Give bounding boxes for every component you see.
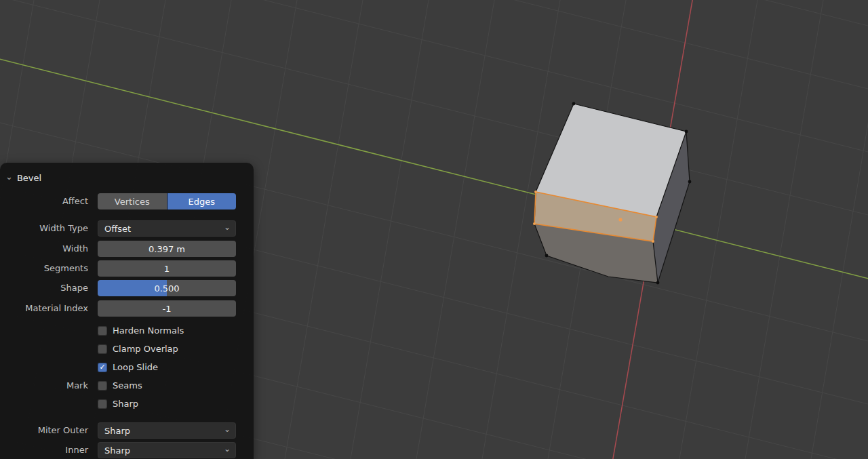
harden-normals-row: Harden Normals — [0, 321, 245, 340]
width-type-row: Width Type Offset ⌄ — [0, 220, 245, 237]
sharp-checkbox[interactable] — [98, 399, 107, 409]
harden-normals-checkbox[interactable] — [98, 326, 107, 336]
mark-label: Mark — [0, 378, 98, 394]
mark-sharp-row: Sharp — [0, 395, 245, 413]
seams-checkbox[interactable] — [98, 381, 107, 391]
panel-header[interactable]: ⌄ Bevel — [0, 168, 245, 187]
affect-label: Affect — [0, 193, 98, 209]
width-type-label: Width Type — [0, 220, 98, 237]
segments-value: 1 — [164, 264, 170, 274]
segments-row: Segments 1 — [0, 260, 245, 277]
panel-title: Bevel — [17, 173, 41, 183]
harden-normals-label: Harden Normals — [113, 325, 184, 336]
miter-inner-dropdown[interactable]: Sharp ⌄ — [98, 442, 236, 458]
shape-label: Shape — [0, 280, 98, 296]
shape-value: 0.500 — [154, 283, 179, 294]
material-index-value-field[interactable]: -1 — [98, 300, 236, 317]
miter-inner-row: Inner Sharp ⌄ — [0, 442, 245, 458]
clamp-overlap-label: Clamp Overlap — [113, 344, 178, 354]
affect-toggle-group: Vertices Edges — [98, 193, 236, 209]
miter-inner-label: Inner — [0, 442, 98, 458]
width-type-dropdown[interactable]: Offset ⌄ — [98, 220, 236, 237]
material-index-label: Material Index — [0, 300, 98, 317]
segments-label: Segments — [0, 260, 98, 277]
width-type-value: Offset — [104, 224, 224, 234]
width-value-field[interactable]: 0.397 m — [98, 241, 236, 257]
chevron-down-icon: ⌄ — [224, 444, 231, 454]
width-label: Width — [0, 241, 98, 257]
affect-edges-button[interactable]: Edges — [167, 193, 237, 209]
loop-slide-row: ✓ Loop Slide — [0, 358, 245, 376]
miter-outer-label: Miter Outer — [0, 422, 98, 439]
affect-vertices-button[interactable]: Vertices — [98, 193, 167, 209]
seams-label: Seams — [113, 380, 142, 391]
loop-slide-checkbox[interactable]: ✓ — [98, 363, 107, 372]
miter-outer-row: Miter Outer Sharp ⌄ — [0, 422, 245, 439]
mark-seams-row: Mark Seams — [0, 376, 245, 395]
material-index-row: Material Index -1 — [0, 300, 245, 317]
cube-object[interactable] — [533, 102, 691, 285]
chevron-down-icon: ⌄ — [224, 222, 231, 232]
clamp-overlap-checkbox[interactable] — [98, 344, 107, 354]
loop-slide-label: Loop Slide — [113, 362, 158, 372]
shape-row: Shape 0.500 — [0, 280, 245, 296]
bevel-operator-panel: ⌄ Bevel Affect Vertices Edges Width Type… — [0, 163, 254, 459]
shape-slider[interactable]: 0.500 — [98, 280, 236, 296]
sharp-label: Sharp — [113, 399, 138, 409]
miter-outer-dropdown[interactable]: Sharp ⌄ — [98, 422, 236, 439]
width-row: Width 0.397 m — [0, 241, 245, 257]
segments-value-field[interactable]: 1 — [98, 260, 236, 277]
collapse-chevron-icon[interactable]: ⌄ — [5, 172, 13, 182]
chevron-down-icon: ⌄ — [224, 424, 231, 434]
face-center-dot — [618, 218, 622, 221]
width-value: 0.397 m — [149, 244, 185, 254]
blender-3d-viewport: ⌄ Bevel Affect Vertices Edges Width Type… — [0, 0, 868, 459]
miter-inner-value: Sharp — [104, 445, 224, 456]
miter-outer-value: Sharp — [104, 426, 224, 436]
clamp-overlap-row: Clamp Overlap — [0, 340, 245, 358]
material-index-value: -1 — [163, 304, 172, 314]
affect-row: Affect Vertices Edges — [0, 193, 245, 209]
